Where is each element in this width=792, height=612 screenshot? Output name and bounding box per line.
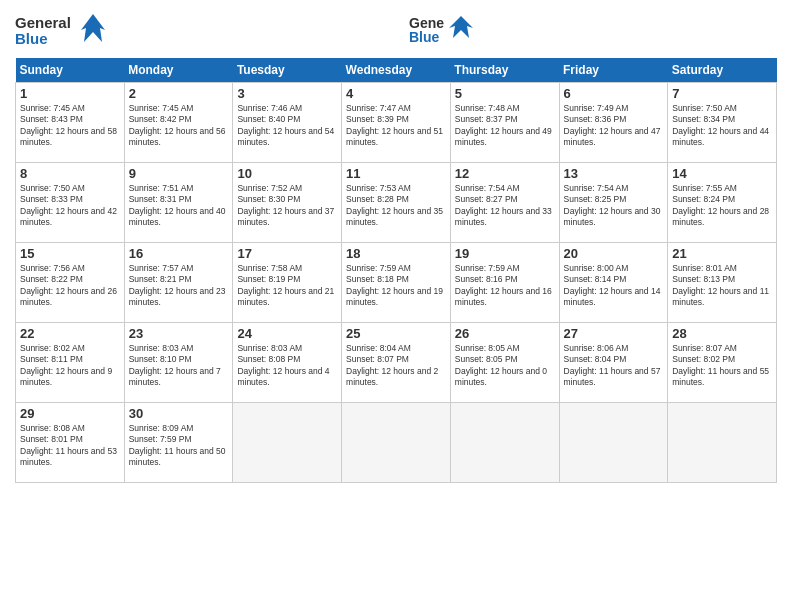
day-info: Sunrise: 7:55 AM Sunset: 8:24 PM Dayligh… [672, 183, 772, 229]
day-number: 5 [455, 86, 555, 101]
day-number: 4 [346, 86, 446, 101]
day-number: 15 [20, 246, 120, 261]
svg-text:Blue: Blue [409, 29, 440, 45]
day-info: Sunrise: 8:01 AM Sunset: 8:13 PM Dayligh… [672, 263, 772, 309]
col-header-monday: Monday [124, 58, 233, 83]
calendar-day-16: 16 Sunrise: 7:57 AM Sunset: 8:21 PM Dayl… [124, 243, 233, 323]
day-number: 16 [129, 246, 229, 261]
day-info: Sunrise: 8:02 AM Sunset: 8:11 PM Dayligh… [20, 343, 120, 389]
calendar-day-10: 10 Sunrise: 7:52 AM Sunset: 8:30 PM Dayl… [233, 163, 342, 243]
calendar-container: General Blue General Blue SundayMondayTu… [0, 0, 792, 493]
day-number: 1 [20, 86, 120, 101]
day-info: Sunrise: 7:45 AM Sunset: 8:42 PM Dayligh… [129, 103, 229, 149]
col-header-saturday: Saturday [668, 58, 777, 83]
calendar-day-8: 8 Sunrise: 7:50 AM Sunset: 8:33 PM Dayli… [16, 163, 125, 243]
day-info: Sunrise: 8:08 AM Sunset: 8:01 PM Dayligh… [20, 423, 120, 469]
day-info: Sunrise: 7:57 AM Sunset: 8:21 PM Dayligh… [129, 263, 229, 309]
calendar-day-25: 25 Sunrise: 8:04 AM Sunset: 8:07 PM Dayl… [342, 323, 451, 403]
logo-bird-icon [449, 14, 473, 42]
calendar-day-2: 2 Sunrise: 7:45 AM Sunset: 8:42 PM Dayli… [124, 83, 233, 163]
svg-text:Blue: Blue [15, 30, 48, 47]
day-info: Sunrise: 7:58 AM Sunset: 8:19 PM Dayligh… [237, 263, 337, 309]
calendar-day-28: 28 Sunrise: 8:07 AM Sunset: 8:02 PM Dayl… [668, 323, 777, 403]
calendar-day-5: 5 Sunrise: 7:48 AM Sunset: 8:37 PM Dayli… [450, 83, 559, 163]
day-number: 11 [346, 166, 446, 181]
calendar-day-24: 24 Sunrise: 8:03 AM Sunset: 8:08 PM Dayl… [233, 323, 342, 403]
calendar-day-22: 22 Sunrise: 8:02 AM Sunset: 8:11 PM Dayl… [16, 323, 125, 403]
day-info: Sunrise: 8:03 AM Sunset: 8:08 PM Dayligh… [237, 343, 337, 389]
day-number: 23 [129, 326, 229, 341]
day-number: 25 [346, 326, 446, 341]
calendar-day-18: 18 Sunrise: 7:59 AM Sunset: 8:18 PM Dayl… [342, 243, 451, 323]
day-info: Sunrise: 7:46 AM Sunset: 8:40 PM Dayligh… [237, 103, 337, 149]
col-header-wednesday: Wednesday [342, 58, 451, 83]
day-info: Sunrise: 8:07 AM Sunset: 8:02 PM Dayligh… [672, 343, 772, 389]
day-number: 22 [20, 326, 120, 341]
day-number: 20 [564, 246, 664, 261]
day-info: Sunrise: 7:47 AM Sunset: 8:39 PM Dayligh… [346, 103, 446, 149]
day-info: Sunrise: 7:54 AM Sunset: 8:27 PM Dayligh… [455, 183, 555, 229]
day-number: 19 [455, 246, 555, 261]
logo: General Blue [15, 10, 105, 50]
day-number: 21 [672, 246, 772, 261]
calendar-week-4: 22 Sunrise: 8:02 AM Sunset: 8:11 PM Dayl… [16, 323, 777, 403]
day-number: 3 [237, 86, 337, 101]
day-number: 18 [346, 246, 446, 261]
logo-bird-icon: General Blue [409, 10, 445, 46]
day-number: 27 [564, 326, 664, 341]
col-header-tuesday: Tuesday [233, 58, 342, 83]
day-number: 8 [20, 166, 120, 181]
day-info: Sunrise: 7:45 AM Sunset: 8:43 PM Dayligh… [20, 103, 120, 149]
col-header-sunday: Sunday [16, 58, 125, 83]
calendar-day-6: 6 Sunrise: 7:49 AM Sunset: 8:36 PM Dayli… [559, 83, 668, 163]
empty-day [233, 403, 342, 483]
calendar-table: SundayMondayTuesdayWednesdayThursdayFrid… [15, 58, 777, 483]
day-number: 17 [237, 246, 337, 261]
day-info: Sunrise: 7:53 AM Sunset: 8:28 PM Dayligh… [346, 183, 446, 229]
calendar-body: 1 Sunrise: 7:45 AM Sunset: 8:43 PM Dayli… [16, 83, 777, 483]
day-info: Sunrise: 7:54 AM Sunset: 8:25 PM Dayligh… [564, 183, 664, 229]
day-info: Sunrise: 7:59 AM Sunset: 8:18 PM Dayligh… [346, 263, 446, 309]
calendar-day-29: 29 Sunrise: 8:08 AM Sunset: 8:01 PM Dayl… [16, 403, 125, 483]
day-info: Sunrise: 7:51 AM Sunset: 8:31 PM Dayligh… [129, 183, 229, 229]
day-number: 6 [564, 86, 664, 101]
day-number: 26 [455, 326, 555, 341]
day-info: Sunrise: 7:48 AM Sunset: 8:37 PM Dayligh… [455, 103, 555, 149]
empty-day [450, 403, 559, 483]
day-info: Sunrise: 8:05 AM Sunset: 8:05 PM Dayligh… [455, 343, 555, 389]
day-number: 9 [129, 166, 229, 181]
day-number: 10 [237, 166, 337, 181]
day-info: Sunrise: 8:04 AM Sunset: 8:07 PM Dayligh… [346, 343, 446, 389]
day-number: 13 [564, 166, 664, 181]
calendar-day-30: 30 Sunrise: 8:09 AM Sunset: 7:59 PM Dayl… [124, 403, 233, 483]
day-info: Sunrise: 8:06 AM Sunset: 8:04 PM Dayligh… [564, 343, 664, 389]
calendar-day-3: 3 Sunrise: 7:46 AM Sunset: 8:40 PM Dayli… [233, 83, 342, 163]
col-header-thursday: Thursday [450, 58, 559, 83]
day-number: 7 [672, 86, 772, 101]
calendar-day-23: 23 Sunrise: 8:03 AM Sunset: 8:10 PM Dayl… [124, 323, 233, 403]
calendar-week-2: 8 Sunrise: 7:50 AM Sunset: 8:33 PM Dayli… [16, 163, 777, 243]
day-info: Sunrise: 7:56 AM Sunset: 8:22 PM Dayligh… [20, 263, 120, 309]
day-number: 24 [237, 326, 337, 341]
day-info: Sunrise: 7:59 AM Sunset: 8:16 PM Dayligh… [455, 263, 555, 309]
logo-text: General Blue [409, 10, 473, 46]
day-info: Sunrise: 7:50 AM Sunset: 8:33 PM Dayligh… [20, 183, 120, 229]
calendar-day-17: 17 Sunrise: 7:58 AM Sunset: 8:19 PM Dayl… [233, 243, 342, 323]
header: General Blue General Blue [15, 10, 777, 50]
day-info: Sunrise: 8:03 AM Sunset: 8:10 PM Dayligh… [129, 343, 229, 389]
calendar-day-15: 15 Sunrise: 7:56 AM Sunset: 8:22 PM Dayl… [16, 243, 125, 323]
day-info: Sunrise: 7:52 AM Sunset: 8:30 PM Dayligh… [237, 183, 337, 229]
calendar-day-11: 11 Sunrise: 7:53 AM Sunset: 8:28 PM Dayl… [342, 163, 451, 243]
calendar-day-4: 4 Sunrise: 7:47 AM Sunset: 8:39 PM Dayli… [342, 83, 451, 163]
calendar-day-20: 20 Sunrise: 8:00 AM Sunset: 8:14 PM Dayl… [559, 243, 668, 323]
calendar-day-12: 12 Sunrise: 7:54 AM Sunset: 8:27 PM Dayl… [450, 163, 559, 243]
day-number: 2 [129, 86, 229, 101]
day-number: 30 [129, 406, 229, 421]
calendar-day-9: 9 Sunrise: 7:51 AM Sunset: 8:31 PM Dayli… [124, 163, 233, 243]
empty-day [668, 403, 777, 483]
calendar-day-26: 26 Sunrise: 8:05 AM Sunset: 8:05 PM Dayl… [450, 323, 559, 403]
calendar-week-1: 1 Sunrise: 7:45 AM Sunset: 8:43 PM Dayli… [16, 83, 777, 163]
col-header-friday: Friday [559, 58, 668, 83]
calendar-day-14: 14 Sunrise: 7:55 AM Sunset: 8:24 PM Dayl… [668, 163, 777, 243]
day-info: Sunrise: 7:49 AM Sunset: 8:36 PM Dayligh… [564, 103, 664, 149]
